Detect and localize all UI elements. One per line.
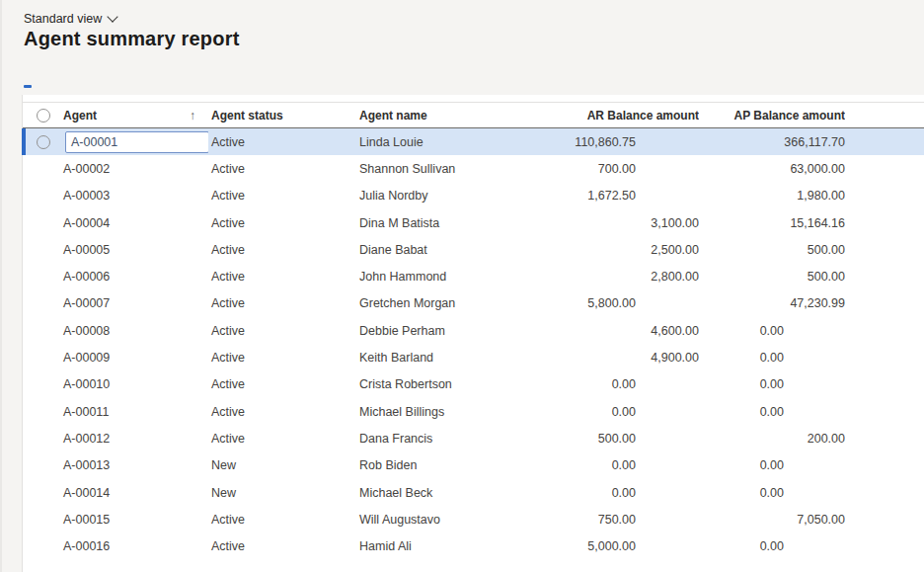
agent-cell[interactable]: A-00001 — [58, 131, 208, 153]
agent-cell[interactable]: A-00009 — [58, 351, 208, 365]
ar-balance-cell[interactable]: 4,900.00 — [514, 351, 699, 365]
column-header-ap-balance[interactable]: AP Balance amount — [699, 109, 845, 123]
agent-name-cell[interactable]: Keith Barland — [356, 351, 514, 365]
agent-name-cell[interactable]: Debbie Perham — [356, 324, 514, 338]
table-row[interactable]: A-00010 Active Crista Robertson 0.00 0.0… — [23, 371, 924, 398]
ap-balance-cell[interactable]: 200.00 — [699, 432, 845, 446]
agent-name-cell[interactable]: Hamid Ali — [356, 539, 514, 553]
agent-name-cell[interactable]: John Hammond — [356, 270, 514, 284]
ap-balance-cell[interactable]: 0.00 — [699, 405, 845, 419]
agent-name-cell[interactable]: Crista Robertson — [356, 377, 514, 391]
table-row[interactable]: A-00007 Active Gretchen Morgan 5,800.00 … — [23, 290, 924, 317]
agent-name-cell[interactable]: Julia Nordby — [356, 189, 514, 203]
agent-name-cell[interactable]: Diane Babat — [356, 243, 514, 257]
select-all-cell[interactable] — [23, 109, 58, 123]
agent-status-cell[interactable]: Active — [208, 189, 356, 203]
agent-cell[interactable]: A-00012 — [58, 432, 208, 446]
agent-status-cell[interactable]: Active — [208, 539, 356, 553]
agent-status-cell[interactable]: New — [208, 458, 356, 472]
agent-cell[interactable]: A-00003 — [58, 189, 208, 203]
row-radio[interactable] — [37, 135, 50, 149]
agent-name-cell[interactable]: Michael Beck — [356, 486, 514, 500]
agent-name-cell[interactable]: Rob Biden — [356, 458, 514, 472]
select-all-radio[interactable] — [37, 109, 50, 123]
ap-balance-cell[interactable]: 0.00 — [699, 458, 845, 472]
agent-name-cell[interactable]: Shannon Sullivan — [356, 162, 514, 176]
ar-balance-cell[interactable]: 5,000.00 — [514, 539, 699, 553]
agent-status-cell[interactable]: Active — [208, 351, 356, 365]
agent-cell[interactable]: A-00008 — [58, 324, 208, 338]
agent-cell[interactable]: A-00016 — [58, 539, 208, 553]
ap-balance-cell[interactable]: 366,117.70 — [699, 135, 845, 149]
table-row[interactable]: A-00011 Active Michael Billings 0.00 0.0… — [23, 398, 924, 425]
agent-status-cell[interactable]: Active — [208, 135, 356, 149]
table-row[interactable]: A-00006 Active John Hammond 2,800.00 500… — [23, 263, 924, 289]
table-row[interactable]: A-00013 New Rob Biden 0.00 0.00 — [23, 452, 924, 479]
focused-cell-box[interactable]: A-00001 — [65, 131, 208, 153]
agent-name-cell[interactable]: Dina M Batista — [356, 216, 514, 230]
ar-balance-cell[interactable]: 2,800.00 — [514, 270, 699, 284]
row-selector-cell[interactable] — [23, 135, 58, 149]
agent-status-cell[interactable]: Active — [208, 324, 356, 338]
agent-cell[interactable]: A-00004 — [58, 216, 208, 230]
agent-status-cell[interactable]: New — [208, 486, 356, 500]
ap-balance-cell[interactable]: 7,050.00 — [699, 513, 845, 527]
agent-cell[interactable]: A-00015 — [58, 513, 208, 527]
agent-cell[interactable]: A-00007 — [58, 296, 208, 310]
ar-balance-cell[interactable]: 0.00 — [514, 377, 699, 391]
table-row[interactable]: A-00005 Active Diane Babat 2,500.00 500.… — [23, 236, 924, 263]
table-row[interactable]: A-00004 Active Dina M Batista 3,100.00 1… — [23, 209, 924, 236]
agent-status-cell[interactable]: Active — [208, 296, 356, 310]
ap-balance-cell[interactable]: 15,164.16 — [699, 216, 845, 230]
ar-balance-cell[interactable]: 0.00 — [514, 486, 699, 500]
ar-balance-cell[interactable]: 4,600.00 — [514, 324, 699, 338]
ap-balance-cell[interactable]: 47,230.99 — [699, 296, 845, 310]
agent-cell[interactable]: A-00006 — [58, 270, 208, 284]
view-selector-dropdown[interactable]: Standard view — [24, 10, 116, 28]
agent-cell[interactable]: A-00013 — [58, 458, 208, 472]
agent-status-cell[interactable]: Active — [208, 243, 356, 257]
column-header-agent[interactable]: Agent ↑ — [58, 109, 208, 123]
ap-balance-cell[interactable]: 500.00 — [699, 270, 845, 284]
agent-cell[interactable]: A-00014 — [58, 486, 208, 500]
ar-balance-cell[interactable]: 110,860.75 — [514, 135, 699, 149]
agent-status-cell[interactable]: Active — [208, 377, 356, 391]
ar-balance-cell[interactable]: 3,100.00 — [514, 216, 699, 230]
ap-balance-cell[interactable]: 63,000.00 — [699, 162, 845, 176]
ar-balance-cell[interactable]: 0.00 — [514, 405, 699, 419]
agent-status-cell[interactable]: Active — [208, 432, 356, 446]
ap-balance-cell[interactable]: 0.00 — [699, 539, 845, 553]
agent-name-cell[interactable]: Linda Louie — [356, 135, 514, 149]
column-header-ar-balance[interactable]: AR Balance amount — [514, 109, 699, 123]
agent-name-cell[interactable]: Dana Francis — [356, 432, 514, 446]
table-row[interactable]: A-00002 Active Shannon Sullivan 700.00 6… — [23, 155, 924, 182]
agent-status-cell[interactable]: Active — [208, 270, 356, 284]
column-header-agent-name[interactable]: Agent name — [356, 109, 514, 123]
ap-balance-cell[interactable]: 500.00 — [699, 243, 845, 257]
agent-status-cell[interactable]: Active — [208, 513, 356, 527]
agent-status-cell[interactable]: Active — [208, 216, 356, 230]
ar-balance-cell[interactable]: 1,672.50 — [514, 189, 699, 203]
ar-balance-cell[interactable]: 5,800.00 — [514, 296, 699, 310]
collapsed-toolbar-dash[interactable] — [24, 85, 32, 88]
table-row[interactable]: A-00014 New Michael Beck 0.00 0.00 — [23, 479, 924, 506]
agent-name-cell[interactable]: Gretchen Morgan — [356, 296, 514, 310]
ap-balance-cell[interactable]: 0.00 — [699, 377, 845, 391]
ap-balance-cell[interactable]: 0.00 — [699, 351, 845, 365]
table-row[interactable]: A-00008 Active Debbie Perham 4,600.00 0.… — [23, 317, 924, 344]
table-row[interactable]: A-00015 Active Will Augustavo 750.00 7,0… — [23, 506, 924, 532]
agent-name-cell[interactable]: Will Augustavo — [356, 513, 514, 527]
agent-cell[interactable]: A-00002 — [58, 162, 208, 176]
agent-status-cell[interactable]: Active — [208, 162, 356, 176]
ar-balance-cell[interactable]: 2,500.00 — [514, 243, 699, 257]
ap-balance-cell[interactable]: 0.00 — [699, 486, 845, 500]
table-row[interactable]: A-00003 Active Julia Nordby 1,672.50 1,9… — [23, 183, 924, 209]
agent-cell[interactable]: A-00010 — [58, 377, 208, 391]
column-header-agent-status[interactable]: Agent status — [208, 109, 356, 123]
ar-balance-cell[interactable]: 700.00 — [514, 162, 699, 176]
ar-balance-cell[interactable]: 0.00 — [514, 458, 699, 472]
agent-status-cell[interactable]: Active — [208, 405, 356, 419]
agent-name-cell[interactable]: Michael Billings — [356, 405, 514, 419]
ar-balance-cell[interactable]: 750.00 — [514, 513, 699, 527]
agent-cell[interactable]: A-00005 — [58, 243, 208, 257]
